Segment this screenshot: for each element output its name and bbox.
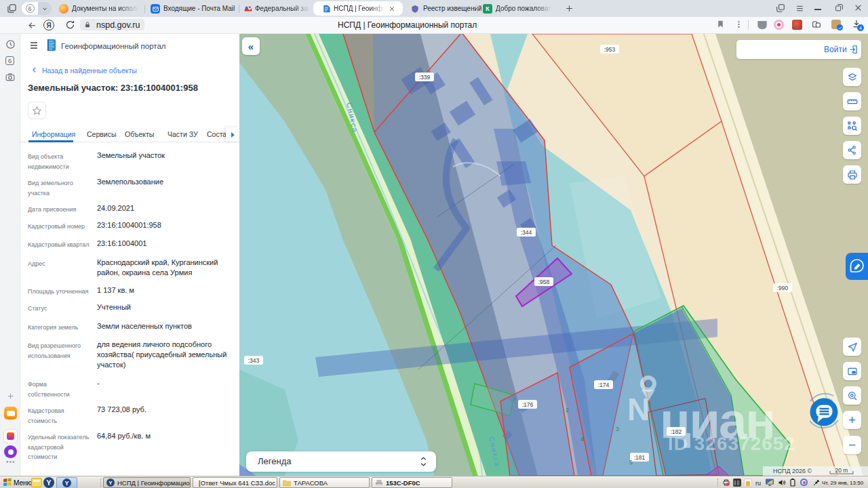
svg-text:5: 5	[629, 459, 633, 466]
svg-text::181: :181	[634, 454, 646, 461]
svg-text::990: :990	[777, 285, 789, 291]
svg-text:ID 326372652: ID 326372652	[668, 433, 795, 454]
svg-text::953: :953	[604, 46, 616, 53]
svg-text:20 m: 20 m	[835, 467, 848, 474]
svg-text:НСПД 2026 ©: НСПД 2026 ©	[773, 468, 812, 474]
svg-text:4: 4	[580, 436, 584, 443]
svg-text::344: :344	[521, 229, 532, 236]
svg-text::174: :174	[598, 382, 610, 388]
svg-text::958: :958	[538, 279, 550, 285]
svg-text:N: N	[627, 392, 650, 427]
svg-text::343: :343	[248, 357, 260, 364]
svg-text:3: 3	[616, 426, 619, 432]
svg-text::176: :176	[522, 401, 534, 408]
svg-text::182: :182	[671, 428, 682, 435]
svg-text:2: 2	[566, 407, 569, 413]
svg-text::339: :339	[419, 74, 431, 81]
